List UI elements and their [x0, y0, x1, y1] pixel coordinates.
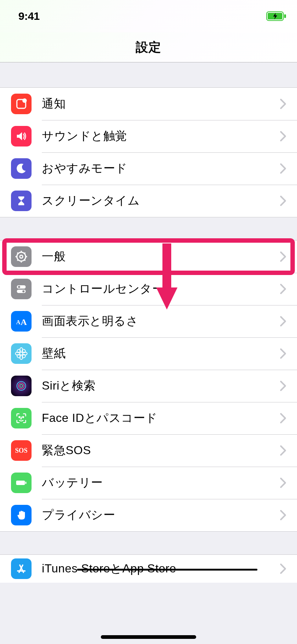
row-label: スクリーンタイム [42, 193, 280, 209]
row-appstore[interactable]: iTunes StoreとApp Store [0, 555, 297, 583]
row-display[interactable]: AA 画面表示と明るさ [0, 305, 297, 337]
svg-line-14 [17, 260, 18, 261]
chevron-right-icon [280, 99, 286, 109]
row-dnd[interactable]: おやすみモード [0, 152, 297, 185]
row-sos[interactable]: SOS 緊急SOS [0, 434, 297, 467]
row-privacy[interactable]: プライバシー [0, 499, 297, 531]
faceid-icon [11, 408, 32, 428]
settings-group-1: 通知 サウンドと触覚 おやすみモード スクリーンタイム [0, 87, 297, 217]
svg-point-21 [20, 352, 23, 355]
row-label: おやすみモード [42, 160, 280, 177]
text-size-icon: AA [11, 311, 32, 332]
svg-rect-2 [284, 14, 286, 18]
row-wallpaper[interactable]: 壁紙 [0, 337, 297, 370]
row-label: コントロールセンター [42, 281, 280, 297]
gear-icon [11, 246, 32, 267]
row-sounds[interactable]: サウンドと触覚 [0, 120, 297, 152]
notifications-icon [11, 94, 32, 114]
svg-text:A: A [16, 319, 21, 325]
svg-line-12 [24, 260, 25, 261]
battery-charging-icon [266, 11, 287, 21]
settings-group-2: 一般 コントロールセンター AA 画面表示と明るさ 壁紙 Siriと検索 [0, 240, 297, 532]
row-screentime[interactable]: スクリーンタイム [0, 185, 297, 217]
chevron-right-icon [280, 413, 286, 423]
svg-rect-36 [16, 481, 25, 485]
svg-rect-37 [25, 482, 26, 484]
status-bar: 9:41 [0, 0, 297, 32]
chevron-right-icon [280, 381, 286, 391]
settings-group-3: iTunes StoreとApp Store [0, 554, 297, 583]
row-label: Siriと検索 [42, 378, 280, 394]
chevron-right-icon [280, 445, 286, 456]
moon-icon [11, 158, 32, 179]
chevron-right-icon [280, 478, 286, 488]
flower-icon [11, 343, 32, 364]
row-label: 壁紙 [42, 345, 280, 362]
svg-line-11 [17, 253, 18, 254]
svg-point-4 [22, 98, 27, 103]
group-spacer [0, 217, 297, 240]
svg-point-18 [22, 290, 25, 293]
row-label: Face IDとパスコード [42, 410, 280, 426]
svg-text:A: A [21, 317, 27, 327]
row-label: 一般 [42, 249, 280, 265]
svg-point-34 [23, 417, 24, 418]
svg-point-32 [20, 384, 23, 387]
row-siri[interactable]: Siriと検索 [0, 370, 297, 402]
row-general[interactable]: 一般 [0, 240, 297, 273]
svg-point-31 [18, 383, 24, 389]
chevron-right-icon [280, 316, 286, 326]
svg-text:SOS: SOS [15, 447, 27, 454]
chevron-right-icon [280, 510, 286, 520]
appstore-icon [11, 558, 32, 579]
row-label: 通知 [42, 96, 280, 112]
svg-point-6 [20, 255, 23, 258]
chevron-right-icon [280, 252, 286, 262]
nav-bar: 設定 [0, 32, 297, 62]
hand-icon [11, 505, 32, 525]
chevron-right-icon [280, 196, 286, 206]
svg-point-33 [19, 417, 20, 418]
hourglass-icon [11, 191, 32, 211]
chevron-right-icon [280, 348, 286, 359]
svg-point-16 [18, 286, 20, 288]
sounds-icon [11, 126, 32, 146]
chevron-right-icon [280, 284, 286, 294]
row-label: iTunes StoreとApp Store [42, 561, 280, 577]
row-controlcenter[interactable]: コントロールセンター [0, 273, 297, 305]
status-time: 9:41 [18, 10, 40, 22]
row-faceid[interactable]: Face IDとパスコード [0, 402, 297, 434]
group-spacer [0, 532, 297, 554]
row-label: プライバシー [42, 507, 280, 523]
siri-icon [11, 376, 32, 396]
row-label: 画面表示と明るさ [42, 313, 280, 329]
sos-icon: SOS [11, 440, 32, 461]
home-indicator [101, 635, 196, 639]
chevron-right-icon [280, 131, 286, 141]
row-label: バッテリー [42, 475, 280, 491]
chevron-right-icon [280, 163, 286, 174]
toggles-icon [11, 279, 32, 299]
row-label: サウンドと触覚 [42, 128, 280, 144]
row-label: 緊急SOS [42, 442, 280, 459]
battery-icon [11, 473, 32, 493]
page-title: 設定 [136, 39, 161, 56]
row-notifications[interactable]: 通知 [0, 88, 297, 120]
row-battery[interactable]: バッテリー [0, 467, 297, 499]
chevron-right-icon [280, 564, 286, 574]
svg-line-13 [24, 253, 25, 254]
group-spacer [0, 62, 297, 87]
